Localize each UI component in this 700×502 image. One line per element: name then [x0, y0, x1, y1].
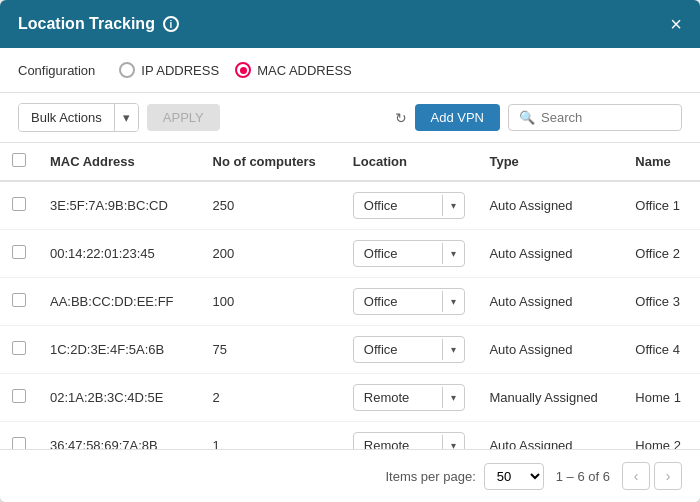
items-per-page: Items per page: 50 25 100 — [385, 463, 543, 490]
row-name-0: Office 1 — [623, 181, 700, 230]
config-bar: Configuration IP ADDRESS MAC ADDRESS — [0, 48, 700, 93]
row-checkbox-5[interactable] — [12, 437, 26, 449]
row-checkbox-cell — [0, 326, 38, 374]
row-checkbox-cell — [0, 374, 38, 422]
row-location-4: Remote ▾ — [341, 374, 478, 422]
row-name-2: Office 3 — [623, 278, 700, 326]
location-chevron-icon-1[interactable]: ▾ — [442, 243, 464, 264]
location-dropdown-2[interactable]: Office ▾ — [353, 288, 466, 315]
ip-address-option[interactable]: IP ADDRESS — [119, 62, 219, 78]
ip-address-label: IP ADDRESS — [141, 63, 219, 78]
row-location-0: Office ▾ — [341, 181, 478, 230]
search-input[interactable] — [541, 110, 671, 125]
row-checkbox-3[interactable] — [12, 341, 26, 355]
row-mac-5: 36:47:58:69:7A:8B — [38, 422, 201, 450]
row-mac-3: 1C:2D:3E:4F:5A:6B — [38, 326, 201, 374]
table-header-row: MAC Address No of computers Location Typ… — [0, 143, 700, 181]
prev-page-button[interactable]: ‹ — [622, 462, 650, 490]
row-name-3: Office 4 — [623, 326, 700, 374]
row-checkbox-2[interactable] — [12, 293, 26, 307]
header-mac-address: MAC Address — [38, 143, 201, 181]
items-per-page-label: Items per page: — [385, 469, 475, 484]
table-head: MAC Address No of computers Location Typ… — [0, 143, 700, 181]
table-row: AA:BB:CC:DD:EE:FF 100 Office ▾ Auto Assi… — [0, 278, 700, 326]
items-per-page-select[interactable]: 50 25 100 — [484, 463, 544, 490]
mac-address-label: MAC ADDRESS — [257, 63, 352, 78]
next-page-button[interactable]: › — [654, 462, 682, 490]
row-type-0: Auto Assigned — [477, 181, 623, 230]
table-row: 3E:5F:7A:9B:BC:CD 250 Office ▾ Auto Assi… — [0, 181, 700, 230]
mac-address-option[interactable]: MAC ADDRESS — [235, 62, 352, 78]
toolbar-right: ↻ Add VPN 🔍 — [395, 104, 682, 131]
row-checkbox-4[interactable] — [12, 389, 26, 403]
row-computers-3: 75 — [201, 326, 341, 374]
add-vpn-button[interactable]: Add VPN — [415, 104, 500, 131]
toolbar: Bulk Actions ▾ APPLY ↻ Add VPN 🔍 — [0, 93, 700, 143]
table-row: 02:1A:2B:3C:4D:5E 2 Remote ▾ Manually As… — [0, 374, 700, 422]
header-checkbox-col — [0, 143, 38, 181]
location-dropdown-3[interactable]: Office ▾ — [353, 336, 466, 363]
header-no-of-computers: No of computers — [201, 143, 341, 181]
row-type-5: Auto Assigned — [477, 422, 623, 450]
location-chevron-icon-3[interactable]: ▾ — [442, 339, 464, 360]
search-box[interactable]: 🔍 — [508, 104, 682, 131]
location-text-4: Remote — [354, 385, 443, 410]
row-mac-0: 3E:5F:7A:9B:BC:CD — [38, 181, 201, 230]
location-text-2: Office — [354, 289, 443, 314]
ip-radio-circle — [119, 62, 135, 78]
row-name-5: Home 2 — [623, 422, 700, 450]
header-name: Name — [623, 143, 700, 181]
modal-header: Location Tracking i × — [0, 0, 700, 48]
location-dropdown-4[interactable]: Remote ▾ — [353, 384, 466, 411]
footer: Items per page: 50 25 100 1 – 6 of 6 ‹ › — [0, 449, 700, 502]
modal-title: Location Tracking i — [18, 15, 179, 33]
location-chevron-icon-0[interactable]: ▾ — [442, 195, 464, 216]
location-text-0: Office — [354, 193, 443, 218]
location-dropdown-1[interactable]: Office ▾ — [353, 240, 466, 267]
apply-button[interactable]: APPLY — [147, 104, 220, 131]
refresh-button[interactable]: ↻ — [395, 110, 407, 126]
table-row: 36:47:58:69:7A:8B 1 Remote ▾ Auto Assign… — [0, 422, 700, 450]
bulk-actions-chevron-icon[interactable]: ▾ — [114, 104, 138, 131]
row-checkbox-1[interactable] — [12, 245, 26, 259]
row-type-1: Auto Assigned — [477, 230, 623, 278]
select-all-checkbox[interactable] — [12, 153, 26, 167]
row-location-3: Office ▾ — [341, 326, 478, 374]
row-computers-4: 2 — [201, 374, 341, 422]
row-name-4: Home 1 — [623, 374, 700, 422]
location-text-3: Office — [354, 337, 443, 362]
page-navigation: ‹ › — [622, 462, 682, 490]
location-dropdown-0[interactable]: Office ▾ — [353, 192, 466, 219]
location-chevron-icon-5[interactable]: ▾ — [442, 435, 464, 449]
table-row: 1C:2D:3E:4F:5A:6B 75 Office ▾ Auto Assig… — [0, 326, 700, 374]
location-text-5: Remote — [354, 433, 443, 449]
row-type-2: Auto Assigned — [477, 278, 623, 326]
row-mac-4: 02:1A:2B:3C:4D:5E — [38, 374, 201, 422]
location-dropdown-5[interactable]: Remote ▾ — [353, 432, 466, 449]
bulk-actions-button[interactable]: Bulk Actions ▾ — [18, 103, 139, 132]
location-chevron-icon-4[interactable]: ▾ — [442, 387, 464, 408]
row-computers-2: 100 — [201, 278, 341, 326]
radio-group: IP ADDRESS MAC ADDRESS — [119, 62, 351, 78]
table-row: 00:14:22:01:23:45 200 Office ▾ Auto Assi… — [0, 230, 700, 278]
row-checkbox-0[interactable] — [12, 197, 26, 211]
row-location-2: Office ▾ — [341, 278, 478, 326]
location-chevron-icon-2[interactable]: ▾ — [442, 291, 464, 312]
location-tracking-modal: Location Tracking i × Configuration IP A… — [0, 0, 700, 502]
config-label: Configuration — [18, 63, 95, 78]
table-container: MAC Address No of computers Location Typ… — [0, 143, 700, 449]
row-type-4: Manually Assigned — [477, 374, 623, 422]
modal-title-text: Location Tracking — [18, 15, 155, 33]
close-button[interactable]: × — [670, 14, 682, 34]
page-info: 1 – 6 of 6 — [556, 469, 610, 484]
row-checkbox-cell — [0, 230, 38, 278]
info-icon[interactable]: i — [163, 16, 179, 32]
row-type-3: Auto Assigned — [477, 326, 623, 374]
modal-body: Configuration IP ADDRESS MAC ADDRESS Bul… — [0, 48, 700, 502]
search-icon: 🔍 — [519, 110, 535, 125]
row-checkbox-cell — [0, 181, 38, 230]
mac-radio-circle — [235, 62, 251, 78]
row-checkbox-cell — [0, 422, 38, 450]
row-mac-1: 00:14:22:01:23:45 — [38, 230, 201, 278]
row-computers-0: 250 — [201, 181, 341, 230]
